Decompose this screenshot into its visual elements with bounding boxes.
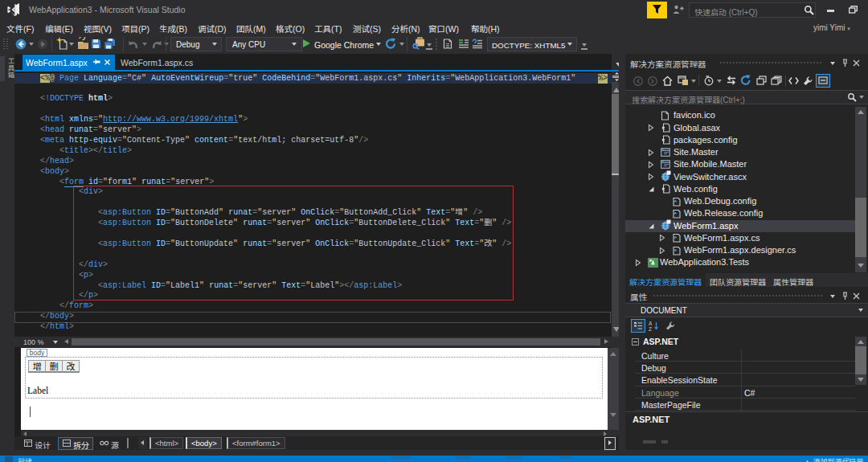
svg-text:Z: Z: [649, 326, 652, 332]
